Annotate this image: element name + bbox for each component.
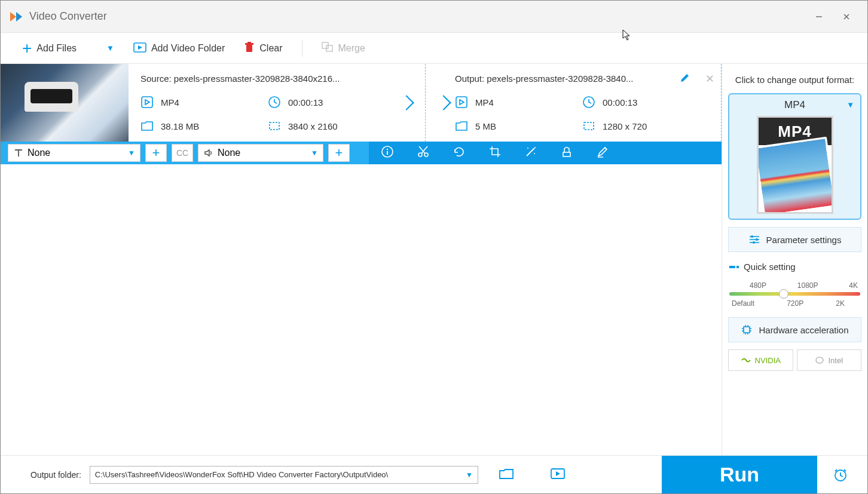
svg-point-26: [753, 241, 755, 244]
add-files-button[interactable]: + Add Files ▼: [15, 36, 121, 60]
audio-dropdown[interactable]: None ▼: [198, 144, 323, 162]
svg-rect-23: [563, 152, 570, 157]
edit-output-button[interactable]: [680, 72, 690, 85]
slider-thumb[interactable]: [779, 289, 788, 299]
add-folder-button[interactable]: Add Video Folder: [126, 36, 232, 60]
plus-icon: +: [152, 145, 160, 161]
nvidia-chip[interactable]: NVIDIA: [728, 349, 793, 371]
minimize-button[interactable]: [805, 8, 833, 26]
slider-labels-bottom: Default 720P 2K: [729, 299, 860, 308]
schedule-button[interactable]: [826, 467, 855, 483]
app-logo-icon: [8, 8, 25, 25]
crop-icon[interactable]: [488, 145, 502, 161]
output-size: 5 MB: [455, 119, 582, 133]
hardware-accel-button[interactable]: Hardware acceleration: [728, 317, 861, 342]
plus-icon: +: [335, 145, 343, 161]
edit-icon[interactable]: [596, 145, 609, 161]
subtitle-dropdown[interactable]: None ▼: [8, 144, 140, 162]
svg-rect-12: [456, 97, 467, 108]
svg-rect-6: [247, 42, 251, 43]
file-list-area: Source: pexels-pressmaster-3209828-3840x…: [1, 64, 722, 455]
intel-chip[interactable]: Intel: [797, 349, 862, 371]
sliders-icon: [748, 234, 760, 245]
add-files-label: Add Files: [36, 43, 77, 54]
batch-folder-button[interactable]: [550, 467, 566, 483]
intel-icon: [815, 356, 824, 364]
hw-accel-label: Hardware acceleration: [759, 325, 848, 335]
effects-icon[interactable]: [524, 145, 537, 161]
output-format-selector[interactable]: MP4 ▼ MP4: [728, 93, 861, 220]
speaker-icon: [203, 148, 214, 158]
add-audio-button[interactable]: +: [328, 144, 350, 162]
source-size: 38.18 MB: [140, 119, 268, 133]
clear-label: Clear: [259, 43, 282, 54]
output-format: MP4: [455, 96, 582, 109]
parameter-settings-button[interactable]: Parameter settings: [728, 227, 861, 252]
rotate-icon[interactable]: [453, 145, 466, 161]
add-subtitle-button[interactable]: +: [145, 144, 167, 162]
output-folder-label: Output folder:: [30, 470, 81, 480]
output-column: Output: pexels-pressmaster-3209828-3840.…: [443, 64, 722, 142]
svg-rect-28: [736, 266, 739, 268]
run-button[interactable]: Run: [662, 456, 817, 494]
trash-icon: [244, 41, 255, 56]
svg-rect-14: [584, 122, 594, 130]
output-title: Output: pexels-pressmaster-3209828-3840.…: [455, 73, 640, 84]
title-bar: Video Converter: [1, 1, 867, 33]
slider-labels-top: 480P 1080P 4K: [729, 281, 860, 290]
remove-file-button[interactable]: ✕: [705, 72, 714, 85]
close-button[interactable]: [833, 8, 860, 26]
chevron-down-icon: ▼: [128, 149, 135, 157]
svg-rect-4: [246, 45, 252, 52]
cc-button[interactable]: CC: [172, 144, 193, 162]
quick-label: Quick setting: [744, 262, 796, 272]
right-panel: Click to change output format: MP4 ▼ MP4…: [722, 64, 867, 455]
svg-point-30: [816, 357, 823, 363]
conversion-arrow: [407, 64, 443, 142]
svg-rect-9: [142, 97, 152, 108]
video-thumbnail[interactable]: [1, 64, 129, 142]
footer: Output folder: C:\Users\Tashreef\Videos\…: [1, 455, 867, 493]
svg-point-25: [756, 238, 758, 241]
quality-slider[interactable]: [729, 292, 860, 296]
track-selectors: None ▼ + CC None ▼ +: [1, 142, 369, 164]
svg-rect-27: [729, 266, 735, 268]
merge-icon: [322, 42, 334, 55]
source-duration: 00:00:13: [268, 96, 395, 109]
output-resolution: 1280 x 720: [582, 119, 710, 133]
subtitle-value: None: [27, 148, 50, 158]
svg-point-22: [534, 147, 536, 148]
params-label: Parameter settings: [766, 235, 842, 245]
source-format: MP4: [140, 96, 268, 109]
format-preview-icon: MP4: [757, 116, 833, 214]
source-resolution: 3840 x 2160: [268, 119, 395, 133]
svg-rect-17: [387, 151, 388, 155]
output-duration: 00:00:13: [582, 96, 710, 109]
open-folder-button[interactable]: [499, 467, 514, 483]
merge-button[interactable]: Merge: [314, 36, 372, 60]
toolbar-separator: [302, 40, 302, 57]
output-folder-path[interactable]: C:\Users\Tashreef\Videos\WonderFox Soft\…: [90, 466, 478, 484]
trim-icon[interactable]: [417, 145, 430, 161]
file-info: Source: pexels-pressmaster-3209828-3840x…: [1, 64, 722, 142]
edit-tools: [369, 142, 722, 164]
svg-rect-29: [744, 327, 750, 333]
content-area: Source: pexels-pressmaster-3209828-3840x…: [1, 64, 867, 455]
info-icon[interactable]: [381, 145, 394, 161]
svg-point-16: [387, 149, 388, 150]
chevron-down-icon[interactable]: ▼: [106, 44, 114, 53]
svg-rect-5: [245, 43, 253, 45]
svg-point-21: [534, 153, 535, 154]
add-folder-label: Add Video Folder: [151, 43, 225, 54]
watermark-icon[interactable]: [560, 145, 573, 161]
merge-label: Merge: [338, 43, 365, 54]
nvidia-icon: [741, 356, 751, 364]
chevron-down-icon[interactable]: ▼: [466, 471, 473, 479]
chevron-down-icon: ▼: [311, 149, 318, 157]
chip-icon: [741, 324, 753, 336]
source-column: Source: pexels-pressmaster-3209828-3840x…: [129, 64, 407, 142]
svg-rect-11: [270, 122, 279, 130]
clear-button[interactable]: Clear: [237, 36, 289, 60]
audio-value: None: [218, 148, 240, 158]
svg-point-20: [527, 148, 528, 149]
